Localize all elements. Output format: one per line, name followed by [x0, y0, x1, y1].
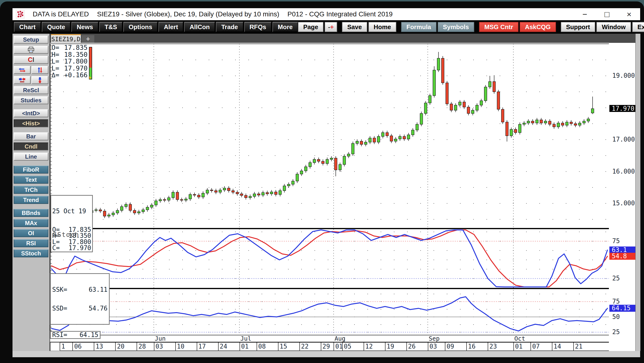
menu-formula-button[interactable]: Formula	[401, 22, 436, 32]
readout-row: Δ=+0.166	[52, 72, 88, 79]
chart-column: SIEZ19,D + O=17.835H=18.350L=17.800L=17.…	[50, 34, 635, 351]
vertical-scrollbar[interactable]	[635, 34, 640, 351]
day-tick-17: 19	[385, 342, 406, 350]
rsi-axis-label: 75	[612, 298, 620, 305]
compress-vertical-icon[interactable]	[32, 76, 48, 84]
candle-body-up	[471, 110, 474, 113]
candle-body-up	[279, 191, 281, 194]
sidebar-button-rsi[interactable]: RSI	[14, 239, 48, 247]
menu-t-s-button[interactable]: T&S	[99, 22, 122, 32]
menu-home-button[interactable]: Home	[368, 22, 396, 32]
sidebar-button-bar[interactable]: Bar	[14, 132, 48, 140]
candle-body-up	[339, 164, 342, 170]
sidebar-button-fibor[interactable]: FiboR	[14, 166, 48, 174]
candle-body-up	[155, 201, 157, 205]
day-tick-25: 14	[552, 342, 573, 350]
swap-vertical-icon[interactable]	[32, 66, 48, 74]
candle-body-up	[484, 87, 487, 101]
swap-horizontal-icon[interactable]	[14, 66, 30, 74]
menu-support-button[interactable]: Support	[561, 22, 596, 32]
menu-symbols-button[interactable]: Symbols	[438, 22, 474, 32]
candle-body-down	[163, 200, 166, 200]
ssk-value: 63.11	[89, 286, 108, 293]
sidebar-button-cndl[interactable]: Cndl	[14, 143, 48, 150]
menu-options-button[interactable]: Options	[123, 22, 158, 32]
sidebar-button-bbnds[interactable]: BBnds	[14, 209, 48, 217]
candle-body-up	[138, 212, 140, 213]
readout-row: H=18.350	[52, 51, 88, 58]
day-tick-21: 16	[466, 342, 488, 350]
sidebar-button-trend[interactable]: Trend	[14, 196, 48, 204]
sidebar-button-hist[interactable]: <Hist>	[14, 119, 48, 127]
menu-exit-button[interactable]: Exit	[632, 22, 644, 32]
menu-allcon-button[interactable]: AllCon	[184, 22, 215, 32]
candle-body-up	[219, 190, 222, 192]
sidebar-button-line[interactable]: Line	[14, 153, 48, 161]
candle-body-up	[142, 210, 144, 212]
bar-marker-icon	[89, 76, 92, 79]
candle-body-up	[168, 198, 170, 200]
day-tick-20: 09	[445, 342, 466, 350]
app-title: P012 - CQG Integrated Client 2019	[287, 10, 392, 18]
candle-body-up	[489, 82, 491, 87]
menu-quote-button[interactable]: Quote	[42, 22, 70, 32]
candle-body-up	[557, 123, 560, 127]
menu-window-button[interactable]: Window	[596, 22, 631, 32]
candle-body-up	[369, 138, 371, 142]
candle-body-up	[407, 135, 410, 139]
sidebar-button-studies[interactable]: Studies	[14, 96, 48, 104]
day-tick-23: 01	[514, 342, 530, 350]
minimize-button[interactable]: −	[574, 8, 596, 20]
compress-horizontal-icon[interactable]	[14, 76, 30, 84]
chart-body[interactable]: O=17.835H=18.350L=17.800L=17.970Δ=+0.166…	[50, 43, 635, 351]
sidebar-button-trch[interactable]: TrCh	[14, 186, 48, 194]
menu-news-button[interactable]: News	[72, 22, 98, 32]
sstoch-ssd-badge: 54.8	[609, 253, 636, 260]
chart-canvas[interactable]	[50, 43, 635, 351]
candle-body-down	[442, 58, 444, 83]
menu-trade-button[interactable]: Trade	[216, 22, 243, 32]
candle-body-up	[262, 193, 264, 195]
sidebar-button-setup[interactable]: Setup	[14, 36, 48, 44]
maximize-button[interactable]: □	[596, 8, 618, 20]
candle-body-down	[214, 191, 217, 192]
candle-body-up	[116, 210, 119, 213]
candle-body-up	[189, 194, 192, 199]
sidebar-button-rescl[interactable]: ReScl	[14, 86, 48, 94]
menu-more-button[interactable]: More	[272, 22, 298, 32]
day-tick-14: 01	[334, 342, 342, 350]
sidebar-button-text[interactable]: Text	[14, 176, 48, 184]
tab-siez19d[interactable]: SIEZ19,D	[51, 34, 81, 43]
sidebar-group-gap	[12, 163, 50, 166]
printer-icon[interactable]	[14, 46, 48, 54]
day-tick-19: 03	[428, 342, 445, 350]
candle-body-down	[463, 102, 466, 107]
ci-icon[interactable]: Cl	[14, 56, 48, 64]
sidebar-button-oi[interactable]: OI	[14, 229, 48, 237]
candle-body-up	[112, 213, 114, 215]
day-tick-24: 07	[530, 342, 552, 350]
add-page-icon[interactable]: -+	[325, 22, 337, 32]
sidebar-button-max[interactable]: MAx	[14, 219, 48, 227]
add-tab-button[interactable]: +	[82, 35, 94, 43]
menu-alert-button[interactable]: Alert	[158, 22, 183, 32]
candle-body-down	[257, 194, 260, 195]
day-axis-row[interactable]: 1061320280310172401081522290105121926030…	[50, 342, 609, 351]
candle-body-up	[159, 200, 162, 201]
candle-body-down	[540, 120, 542, 123]
readout-label: L=	[52, 58, 60, 65]
info-date: 25 Oct 19	[52, 208, 91, 214]
infobox-value: 17.970	[68, 245, 91, 251]
close-button[interactable]: ×	[618, 8, 640, 20]
candle-body-up	[270, 192, 273, 194]
menu-askcqg-button[interactable]: AskCQG	[520, 22, 556, 32]
sidebar-button-intd[interactable]: <IntD>	[14, 109, 48, 117]
sidebar-button-sstoch[interactable]: SStoch	[14, 249, 48, 257]
menu-page-button[interactable]: Page	[298, 22, 324, 32]
menu-rfqs-button[interactable]: RFQs	[244, 22, 272, 32]
menu-msg-cntr-button[interactable]: MSG Cntr	[479, 22, 518, 32]
menu-save-button[interactable]: Save	[342, 22, 367, 32]
candle-body-up	[437, 58, 440, 70]
menu-chart-button[interactable]: Chart	[14, 22, 41, 32]
last-price-badge: 17.970	[609, 105, 636, 112]
